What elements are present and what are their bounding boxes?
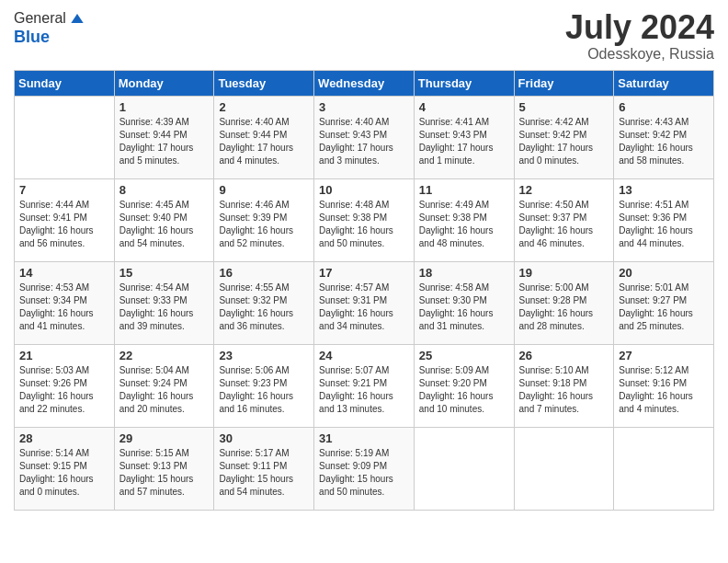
day-info: Sunrise: 5:17 AMSunset: 9:11 PMDaylight:… — [219, 447, 309, 499]
day-number: 13 — [619, 183, 709, 197]
day-cell: 23Sunrise: 5:06 AMSunset: 9:23 PMDayligh… — [214, 344, 314, 427]
day-info: Sunrise: 4:41 AMSunset: 9:43 PMDaylight:… — [419, 116, 509, 167]
day-cell: 11Sunrise: 4:49 AMSunset: 9:38 PMDayligh… — [414, 178, 514, 261]
day-cell: 14Sunrise: 4:53 AMSunset: 9:34 PMDayligh… — [15, 261, 115, 344]
day-info: Sunrise: 4:40 AMSunset: 9:44 PMDaylight:… — [219, 116, 309, 167]
col-header-monday: Monday — [114, 70, 214, 96]
day-info: Sunrise: 4:58 AMSunset: 9:30 PMDaylight:… — [419, 282, 509, 333]
col-header-friday: Friday — [514, 70, 614, 96]
col-header-wednesday: Wednesday — [314, 70, 415, 96]
day-info: Sunrise: 5:04 AMSunset: 9:24 PMDaylight:… — [119, 364, 210, 416]
day-number: 29 — [119, 431, 210, 445]
day-info: Sunrise: 4:57 AMSunset: 9:31 PMDaylight:… — [319, 282, 409, 333]
day-number: 12 — [519, 183, 609, 197]
day-cell: 2Sunrise: 4:40 AMSunset: 9:44 PMDaylight… — [214, 96, 314, 178]
day-number: 6 — [619, 100, 709, 114]
day-cell — [514, 427, 614, 510]
day-info: Sunrise: 5:00 AMSunset: 9:28 PMDaylight:… — [519, 282, 609, 333]
day-number: 2 — [219, 100, 309, 114]
day-cell: 7Sunrise: 4:44 AMSunset: 9:41 PMDaylight… — [15, 178, 115, 261]
day-cell: 4Sunrise: 4:41 AMSunset: 9:43 PMDaylight… — [414, 96, 514, 178]
calendar-container: General Blue July 2024 Odesskoye, Russia… — [0, 0, 728, 520]
day-cell: 17Sunrise: 4:57 AMSunset: 9:31 PMDayligh… — [314, 261, 415, 344]
week-row-4: 21Sunrise: 5:03 AMSunset: 9:26 PMDayligh… — [15, 344, 714, 427]
col-header-thursday: Thursday — [414, 70, 514, 96]
day-info: Sunrise: 5:09 AMSunset: 9:20 PMDaylight:… — [419, 364, 509, 416]
day-cell: 6Sunrise: 4:43 AMSunset: 9:42 PMDaylight… — [614, 96, 714, 178]
day-info: Sunrise: 4:48 AMSunset: 9:38 PMDaylight:… — [319, 199, 409, 250]
calendar-table: SundayMondayTuesdayWednesdayThursdayFrid… — [14, 70, 714, 511]
day-number: 1 — [119, 100, 210, 114]
logo: General Blue — [14, 9, 86, 47]
day-info: Sunrise: 4:42 AMSunset: 9:42 PMDaylight:… — [519, 116, 609, 167]
day-cell: 5Sunrise: 4:42 AMSunset: 9:42 PMDaylight… — [514, 96, 614, 178]
title-block: July 2024 Odesskoye, Russia — [565, 9, 714, 63]
day-number: 31 — [319, 431, 409, 445]
svg-marker-0 — [71, 14, 83, 23]
week-row-1: 1Sunrise: 4:39 AMSunset: 9:44 PMDaylight… — [15, 96, 714, 178]
day-number: 10 — [319, 183, 409, 197]
day-info: Sunrise: 4:43 AMSunset: 9:42 PMDaylight:… — [619, 116, 709, 167]
month-year: July 2024 — [565, 9, 714, 46]
day-cell: 25Sunrise: 5:09 AMSunset: 9:20 PMDayligh… — [414, 344, 514, 427]
logo-general-text: General — [14, 10, 66, 27]
day-cell: 24Sunrise: 5:07 AMSunset: 9:21 PMDayligh… — [314, 344, 415, 427]
day-cell — [614, 427, 714, 510]
week-row-2: 7Sunrise: 4:44 AMSunset: 9:41 PMDaylight… — [15, 178, 714, 261]
day-cell: 26Sunrise: 5:10 AMSunset: 9:18 PMDayligh… — [514, 344, 614, 427]
day-cell — [15, 96, 115, 178]
header-row: SundayMondayTuesdayWednesdayThursdayFrid… — [15, 70, 714, 96]
day-number: 24 — [319, 349, 409, 362]
day-number: 18 — [419, 266, 509, 280]
day-cell: 22Sunrise: 5:04 AMSunset: 9:24 PMDayligh… — [114, 344, 214, 427]
day-number: 26 — [519, 349, 609, 362]
day-info: Sunrise: 4:54 AMSunset: 9:33 PMDaylight:… — [119, 282, 210, 333]
day-cell: 30Sunrise: 5:17 AMSunset: 9:11 PMDayligh… — [214, 427, 314, 510]
day-info: Sunrise: 5:06 AMSunset: 9:23 PMDaylight:… — [219, 364, 309, 416]
day-number: 22 — [119, 349, 210, 362]
day-info: Sunrise: 4:39 AMSunset: 9:44 PMDaylight:… — [119, 116, 210, 167]
week-row-3: 14Sunrise: 4:53 AMSunset: 9:34 PMDayligh… — [15, 261, 714, 344]
day-info: Sunrise: 4:46 AMSunset: 9:39 PMDaylight:… — [219, 199, 309, 250]
day-info: Sunrise: 4:55 AMSunset: 9:32 PMDaylight:… — [219, 282, 309, 333]
day-number: 19 — [519, 266, 609, 280]
day-info: Sunrise: 5:01 AMSunset: 9:27 PMDaylight:… — [619, 282, 709, 333]
day-number: 14 — [19, 266, 109, 280]
day-cell: 21Sunrise: 5:03 AMSunset: 9:26 PMDayligh… — [15, 344, 115, 427]
day-cell: 29Sunrise: 5:15 AMSunset: 9:13 PMDayligh… — [114, 427, 214, 510]
day-number: 16 — [219, 266, 309, 280]
day-info: Sunrise: 4:45 AMSunset: 9:40 PMDaylight:… — [119, 199, 210, 250]
day-info: Sunrise: 4:44 AMSunset: 9:41 PMDaylight:… — [19, 199, 109, 250]
day-number: 11 — [419, 183, 509, 197]
day-cell: 27Sunrise: 5:12 AMSunset: 9:16 PMDayligh… — [614, 344, 714, 427]
day-cell: 31Sunrise: 5:19 AMSunset: 9:09 PMDayligh… — [314, 427, 415, 510]
day-number: 28 — [19, 431, 109, 445]
day-number: 27 — [619, 349, 709, 362]
day-info: Sunrise: 5:10 AMSunset: 9:18 PMDaylight:… — [519, 364, 609, 416]
day-info: Sunrise: 5:12 AMSunset: 9:16 PMDaylight:… — [619, 364, 709, 416]
day-cell: 12Sunrise: 4:50 AMSunset: 9:37 PMDayligh… — [514, 178, 614, 261]
day-number: 25 — [419, 349, 509, 362]
day-info: Sunrise: 5:15 AMSunset: 9:13 PMDaylight:… — [119, 447, 210, 499]
day-info: Sunrise: 5:14 AMSunset: 9:15 PMDaylight:… — [19, 447, 109, 499]
col-header-saturday: Saturday — [614, 70, 714, 96]
day-number: 17 — [319, 266, 409, 280]
day-info: Sunrise: 4:51 AMSunset: 9:36 PMDaylight:… — [619, 199, 709, 250]
week-row-5: 28Sunrise: 5:14 AMSunset: 9:15 PMDayligh… — [15, 427, 714, 510]
day-number: 8 — [119, 183, 210, 197]
day-info: Sunrise: 4:53 AMSunset: 9:34 PMDaylight:… — [19, 282, 109, 333]
day-number: 20 — [619, 266, 709, 280]
col-header-tuesday: Tuesday — [214, 70, 314, 96]
day-number: 23 — [219, 349, 309, 362]
day-cell: 28Sunrise: 5:14 AMSunset: 9:15 PMDayligh… — [15, 427, 115, 510]
day-cell: 15Sunrise: 4:54 AMSunset: 9:33 PMDayligh… — [114, 261, 214, 344]
day-number: 9 — [219, 183, 309, 197]
day-cell: 9Sunrise: 4:46 AMSunset: 9:39 PMDaylight… — [214, 178, 314, 261]
day-info: Sunrise: 4:40 AMSunset: 9:43 PMDaylight:… — [319, 116, 409, 167]
day-info: Sunrise: 4:49 AMSunset: 9:38 PMDaylight:… — [419, 199, 509, 250]
day-number: 21 — [19, 349, 109, 362]
day-number: 7 — [19, 183, 109, 197]
day-cell — [414, 427, 514, 510]
logo-icon — [68, 9, 86, 28]
day-number: 3 — [319, 100, 409, 114]
